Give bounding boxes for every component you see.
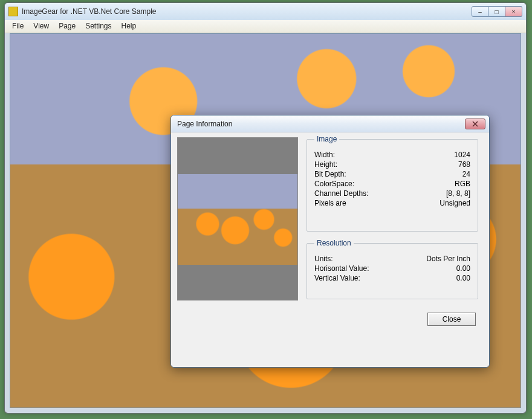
minimize-icon: –	[478, 8, 482, 15]
row-colorspace: ColorSpace: RGB	[314, 180, 470, 188]
maximize-icon: □	[495, 8, 498, 15]
label-bit-depth: Bit Depth:	[314, 170, 346, 178]
titlebar[interactable]: ImageGear for .NET VB.Net Core Sample – …	[5, 3, 526, 20]
value-pixels-are: Unsigned	[440, 199, 470, 207]
row-pixels-are: Pixels are Unsigned	[314, 199, 470, 207]
dialog-close-button[interactable]	[465, 119, 485, 129]
thumbnail-preview	[177, 137, 298, 300]
dialog-titlebar[interactable]: Page Information	[171, 115, 489, 132]
label-height: Height:	[314, 160, 337, 169]
label-vertical: Vertical Value:	[314, 274, 360, 282]
menu-file[interactable]: File	[7, 20, 28, 33]
value-channel-depths: [8, 8, 8]	[446, 189, 470, 198]
value-colorspace: RGB	[455, 180, 470, 188]
resolution-group-legend: Resolution	[314, 239, 354, 247]
label-colorspace: ColorSpace:	[314, 180, 354, 188]
menu-settings[interactable]: Settings	[80, 20, 116, 33]
menubar: File View Page Settings Help	[5, 20, 526, 33]
value-width: 1024	[454, 151, 470, 159]
row-vertical: Vertical Value: 0.00	[314, 274, 470, 282]
row-horizontal: Horisontal Value: 0.00	[314, 264, 470, 273]
row-channel-depths: Channel Depths: [8, 8, 8]	[314, 189, 470, 198]
minimize-button[interactable]: –	[472, 6, 488, 17]
menu-view[interactable]: View	[28, 20, 54, 33]
row-height: Height: 768	[314, 160, 470, 169]
label-channel-depths: Channel Depths:	[314, 189, 368, 198]
menu-help[interactable]: Help	[117, 20, 141, 33]
close-icon	[472, 121, 478, 127]
close-button[interactable]: ×	[505, 6, 522, 17]
label-width: Width:	[314, 151, 335, 159]
maximize-button[interactable]: □	[488, 6, 505, 17]
dialog-title: Page Information	[177, 120, 465, 128]
dialog-body: Image Width: 1024 Height: 768 Bit Depth:…	[171, 132, 489, 367]
resolution-group: Resolution Units: Dots Per Inch Horisont…	[307, 239, 478, 299]
row-units: Units: Dots Per Inch	[314, 255, 470, 263]
value-bit-depth: 24	[462, 170, 470, 178]
close-icon: ×	[512, 8, 516, 15]
image-group-legend: Image	[314, 135, 339, 143]
value-vertical: 0.00	[456, 274, 470, 282]
image-group: Image Width: 1024 Height: 768 Bit Depth:…	[307, 135, 478, 232]
label-pixels-are: Pixels are	[314, 199, 346, 207]
window-controls: – □ ×	[472, 6, 522, 17]
label-units: Units:	[314, 255, 333, 263]
app-icon	[8, 7, 18, 16]
menu-page[interactable]: Page	[54, 20, 80, 33]
thumbnail-image	[178, 174, 297, 265]
value-height: 768	[458, 160, 470, 169]
close-dialog-button[interactable]: Close	[427, 313, 476, 326]
row-bit-depth: Bit Depth: 24	[314, 170, 470, 178]
row-width: Width: 1024	[314, 151, 470, 159]
value-horizontal: 0.00	[456, 264, 470, 273]
window-title: ImageGear for .NET VB.Net Core Sample	[22, 7, 472, 16]
value-units: Dots Per Inch	[426, 255, 470, 263]
label-horizontal: Horisontal Value:	[314, 264, 369, 273]
page-information-dialog: Page Information Image Width: 1024 Heigh…	[170, 115, 490, 368]
